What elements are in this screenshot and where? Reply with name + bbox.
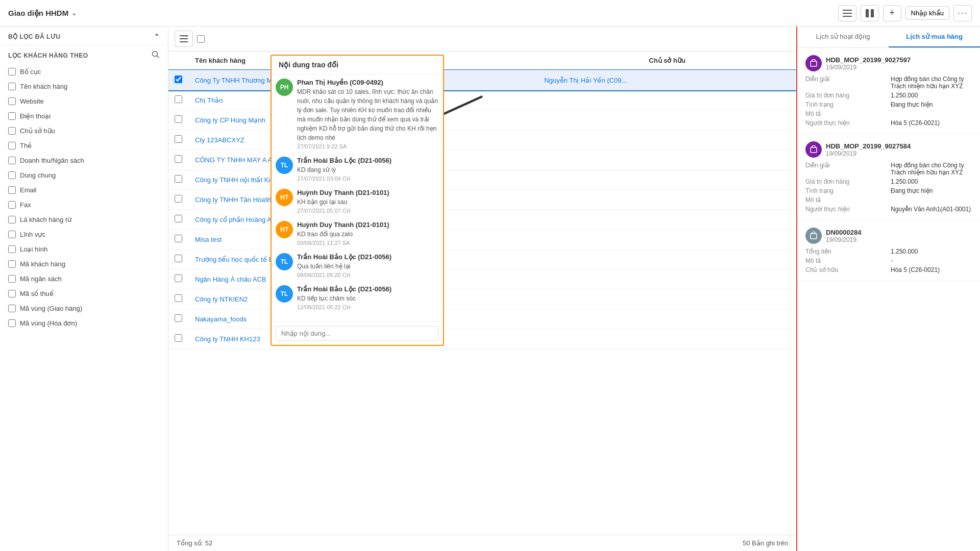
chat-messages: PH Phan Thị Huyền (C09-0492) MDR khảo sá…	[272, 74, 443, 321]
filter-item[interactable]: Mã vùng (Hóa đơn)	[0, 316, 168, 331]
table-row[interactable]: Misa test	[168, 230, 796, 249]
table-row[interactable]: Cty 123ABCXYZ	[168, 130, 796, 150]
chat-time: 27/07/2021 05:07 CH	[297, 208, 439, 214]
import-button[interactable]: Nhập khẩu	[905, 6, 949, 20]
filter-checkbox[interactable]	[8, 216, 16, 223]
row-checkbox[interactable]	[175, 95, 182, 103]
filter-item[interactable]: Website	[0, 94, 168, 109]
table-row[interactable]: Chị Thảo	[168, 90, 796, 110]
chat-time: 27/07/2021 9:22 SA	[297, 143, 439, 149]
chat-content: Huỳnh Duy Thanh (D21-0101) KH bận gọi lạ…	[297, 189, 439, 214]
row-checkbox[interactable]	[175, 175, 182, 183]
purchase-record-header: DN0000284 19/09/2019	[805, 228, 972, 244]
filter-item[interactable]: Mã số thuế	[0, 286, 168, 301]
table-row[interactable]: Công ty TNHH Tân Hòa9999	[168, 190, 796, 210]
collapse-icon[interactable]: ⌃	[154, 33, 160, 41]
filter-checkbox[interactable]	[8, 142, 16, 149]
row-checkbox[interactable]	[175, 334, 182, 342]
purchase-field-value: Hòa 5 (C26-0021)	[891, 266, 972, 273]
filter-item[interactable]: Chủ sở hữu	[0, 123, 168, 138]
filter-checkbox[interactable]	[8, 260, 16, 268]
filter-checkbox[interactable]	[8, 83, 16, 90]
table-row[interactable]: Ngân Hàng Á châu ACB	[168, 269, 796, 289]
svg-rect-0	[843, 10, 852, 11]
purchase-field-value: Hợp đồng bán cho Công ty Trách nhiệm hữu…	[891, 76, 972, 90]
filter-checkbox[interactable]	[8, 127, 16, 135]
tab-purchase[interactable]: Lịch sử mua hàng	[889, 27, 980, 47]
table-row[interactable]: Công ty TNHH KH123	[168, 329, 796, 349]
filter-checkbox[interactable]	[8, 112, 16, 120]
chevron-down-icon[interactable]: ⌄	[71, 10, 77, 17]
row-checkbox[interactable]	[175, 294, 182, 302]
more-options-icon[interactable]: ···	[953, 5, 972, 21]
row-checkbox[interactable]	[175, 255, 182, 262]
row-checkbox[interactable]	[175, 76, 182, 83]
row-checkbox-cell	[168, 210, 189, 230]
svg-rect-13	[811, 61, 817, 66]
table-row[interactable]: Công Ty TNHH Thương Mại - Kỹ Thuật Nguyễ…	[168, 70, 796, 90]
svg-rect-4	[871, 9, 874, 17]
filter-checkbox[interactable]	[8, 97, 16, 105]
svg-rect-15	[811, 234, 817, 239]
table-row[interactable]: Trường tiểu học quốc tế Bảo Ngọc	[168, 249, 796, 269]
list-view-icon[interactable]	[838, 5, 856, 21]
row-checkbox[interactable]	[175, 155, 182, 163]
filter-item[interactable]: Doanh thu/Ngân sách	[0, 153, 168, 168]
chat-sender-name: Trần Hoài Bảo Lộc (D21-0056)	[297, 253, 439, 261]
row-checkbox[interactable]	[175, 215, 182, 222]
filter-item[interactable]: Mã vùng (Giao hàng)	[0, 301, 168, 316]
purchase-field-label: Giá trị đơn hàng	[805, 92, 887, 99]
row-checkbox[interactable]	[175, 314, 182, 322]
row-checkbox[interactable]	[175, 195, 182, 203]
row-checkbox[interactable]	[175, 135, 182, 143]
purchase-icon	[805, 55, 822, 71]
table-row[interactable]: Công ty NTKIEN2	[168, 289, 796, 309]
filter-item[interactable]: Bố cục	[0, 64, 168, 79]
table-settings-icon[interactable]	[175, 31, 193, 47]
filter-item[interactable]: Tên khách hàng	[0, 79, 168, 94]
search-icon[interactable]	[152, 51, 160, 60]
purchase-field-value: 1.250.000	[891, 178, 972, 185]
purchase-record[interactable]: HDB_MOP_20199_9027584 19/09/2019 Diễn gi…	[797, 134, 980, 220]
column-view-icon[interactable]	[861, 5, 879, 21]
filter-checkbox[interactable]	[8, 68, 16, 76]
table-row[interactable]: Công ty cổ phần Hoàng An	[168, 210, 796, 230]
table-row[interactable]: Công ty TNHH nội thất Kiến trúc	[168, 170, 796, 190]
filter-item[interactable]: Loại hình	[0, 242, 168, 257]
select-all-checkbox[interactable]	[197, 35, 205, 43]
table-row[interactable]: Công ty CP Hùng Mạnh	[168, 110, 796, 130]
filter-item[interactable]: Thẻ	[0, 138, 168, 153]
row-checkbox[interactable]	[175, 115, 182, 123]
table-row[interactable]: Nakayama_foods	[168, 309, 796, 329]
filter-item[interactable]: Mã khách hàng	[0, 257, 168, 271]
filter-checkbox[interactable]	[8, 305, 16, 312]
row-checkbox[interactable]	[175, 274, 182, 282]
tab-activity[interactable]: Lịch sử hoạt động	[797, 27, 889, 47]
filter-checkbox[interactable]	[8, 231, 16, 238]
filter-item[interactable]: Là khách hàng từ	[0, 212, 168, 227]
filter-checkbox[interactable]	[8, 171, 16, 179]
filter-checkbox[interactable]	[8, 245, 16, 253]
add-icon[interactable]: +	[883, 5, 901, 21]
purchase-record[interactable]: HDB_MOP_20199_9027597 19/09/2019 Diễn gi…	[797, 48, 980, 134]
filter-checkbox[interactable]	[8, 157, 16, 164]
filter-checkbox[interactable]	[8, 201, 16, 209]
filter-list: Bố cụcTên khách hàngWebsiteĐiện thoạiChủ…	[0, 64, 168, 331]
filter-checkbox[interactable]	[8, 319, 16, 327]
chat-input[interactable]	[276, 326, 439, 341]
filter-item[interactable]: Mã ngân sách	[0, 271, 168, 286]
filter-item[interactable]: Email	[0, 183, 168, 197]
svg-line-6	[157, 56, 159, 58]
filter-checkbox[interactable]	[8, 186, 16, 194]
filter-item[interactable]: Điện thoại	[0, 109, 168, 123]
filter-checkbox[interactable]	[8, 275, 16, 283]
filter-item[interactable]: Fax	[0, 197, 168, 212]
filter-item[interactable]: Lĩnh vực	[0, 227, 168, 242]
chat-message: TL Trần Hoài Bảo Lộc (D21-0056) Qua tuần…	[276, 253, 439, 278]
filter-item[interactable]: Dùng chung	[0, 168, 168, 183]
row-checkbox[interactable]	[175, 235, 182, 242]
filter-checkbox[interactable]	[8, 290, 16, 297]
col-header-owner[interactable]: Chủ sở hữu	[538, 52, 796, 70]
purchase-record[interactable]: DN0000284 19/09/2019 Tổng tiền 1.250.000…	[797, 220, 980, 281]
table-row[interactable]: CÔNG TY TNHH MAY A A A	[168, 150, 796, 170]
